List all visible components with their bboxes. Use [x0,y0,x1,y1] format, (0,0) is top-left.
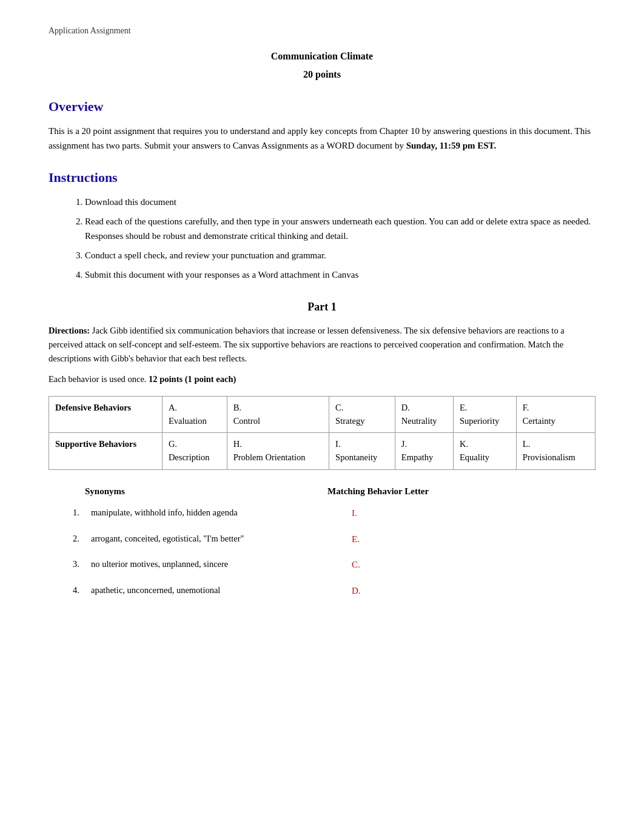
defensive-b: B. Control [227,396,329,433]
defensive-c: C. Strategy [329,396,395,433]
synonym-row-1: 1. manipulate, withhold info, hidden age… [49,506,595,520]
defensive-d: D. Neutrality [395,396,453,433]
defensive-label: Defensive Behaviors [49,396,163,433]
supportive-h: H. Problem Orientation [227,433,329,470]
synonym-text-4: apathetic, unconcerned, unemotional [91,584,315,597]
supportive-behaviors-row: Supportive Behaviors G. Description H. P… [49,433,595,470]
defensive-a: A. Evaluation [162,396,227,433]
defensive-f: F. Certainty [516,396,595,433]
synonyms-column-header: Synonyms [85,485,303,498]
instruction-item-3: Conduct a spell check, and review your p… [85,248,595,263]
instruction-item-1: Download this document [85,195,595,209]
instruction-item-4: Submit this document with your responses… [85,267,595,282]
instruction-item-2: Read each of the questions carefully, an… [85,214,595,243]
synonym-answer-3: C. [352,558,360,572]
synonym-num-1: 1. [73,506,91,520]
synonym-text-2: arrogant, conceited, egotistical, "I'm b… [91,532,315,546]
supportive-k: K. Equality [453,433,516,470]
supportive-g: G. Description [162,433,227,470]
synonym-answer-4: D. [352,584,361,598]
supportive-i: I. Spontaneity [329,433,395,470]
synonym-text-3: no ulterior motives, unplanned, sincere [91,558,315,571]
defensive-behaviors-row: Defensive Behaviors A. Evaluation B. Con… [49,396,595,433]
synonym-row-4: 4. apathetic, unconcerned, unemotional D… [49,584,595,598]
overview-heading: Overview [49,96,595,116]
main-title: Communication Climate [49,49,595,64]
synonym-answer-2: E. [352,532,360,546]
synonym-row-2: 2. arrogant, conceited, egotistical, "I'… [49,532,595,546]
supportive-label: Supportive Behaviors [49,433,163,470]
matching-column-header: Matching Behavior Letter [327,485,429,498]
supportive-l: L. Provisionalism [516,433,595,470]
instructions-heading: Instructions [49,167,595,187]
synonym-answer-1: I. [352,506,357,520]
overview-paragraph: This is a 20 point assignment that requi… [49,124,595,153]
synonym-num-2: 2. [73,532,91,546]
header-label: Application Assignment [49,24,595,37]
synonyms-header-row: Synonyms Matching Behavior Letter [49,485,595,498]
part1-heading: Part 1 [49,299,595,315]
behaviors-table: Defensive Behaviors A. Evaluation B. Con… [49,396,595,470]
subtitle: 20 points [49,67,595,82]
supportive-j: J. Empathy [395,433,453,470]
synonym-num-4: 4. [73,584,91,597]
instructions-list: Download this document Read each of the … [85,195,595,282]
synonym-row-3: 3. no ulterior motives, unplanned, since… [49,558,595,572]
synonym-text-1: manipulate, withhold info, hidden agenda [91,506,315,520]
synonyms-section: Synonyms Matching Behavior Letter 1. man… [49,485,595,598]
directions-paragraph: Directions: Jack Gibb identified six com… [49,324,595,366]
defensive-e: E. Superiority [453,396,516,433]
each-behavior-text: Each behavior is used once. 12 points (1… [49,372,595,386]
synonym-num-3: 3. [73,558,91,571]
